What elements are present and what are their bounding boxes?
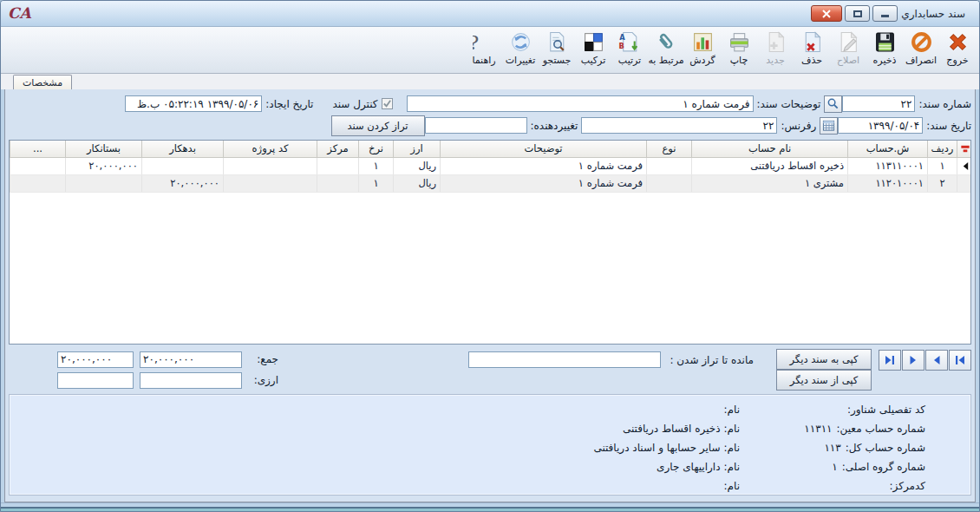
doc-date-input[interactable] [838,117,923,134]
table-row[interactable]: ۲ ۱۱۲۰۱۰۰۰۱ مشتری ۱ فرمت شماره ۱ ریال ۱ … [10,174,972,192]
changes-icon [509,30,532,54]
edit-icon [837,30,860,54]
column-header-currency[interactable]: ارز [394,141,441,157]
search-button[interactable]: جستجو [539,29,575,66]
document-header-form: شماره سند: توضیحات سند: کنترل سند تاریخ … [5,89,975,138]
info-row-center-code: کدمرکز: نام: [10,476,970,496]
nav-next-icon [906,353,920,367]
currency-sum-label: ارزی: [242,374,278,386]
column-header-description[interactable]: توضیحات [441,141,647,157]
turnover-button[interactable]: گردش [684,29,721,66]
calendar-icon [822,119,835,132]
changes-button[interactable]: تغییرات [502,29,539,66]
nav-first-button[interactable] [949,350,971,371]
column-header-more[interactable]: ... [10,141,66,157]
record-navigator [878,350,971,371]
calendar-button[interactable] [820,117,838,135]
account-lookup-button[interactable] [824,95,842,113]
reference-label: رفرنس: [781,120,816,132]
info-row-subsidiary-account: شماره حساب معین:۱۱۳۱۱ نام:ذخیره اقساط در… [10,419,970,438]
new-icon [764,30,787,54]
balance-document-button[interactable]: تراز کردن سند [331,115,425,136]
print-icon [728,30,751,54]
app-logo: CA [8,6,31,21]
app-window: CA سند حسابداري خروج انصراف ذخیره اصلاح … [0,0,980,512]
titlebar: CA سند حسابداري [1,1,979,27]
currency-debit-field [140,372,242,389]
checkbox-check-icon [382,98,393,109]
column-header-rate[interactable]: نرخ [359,141,394,157]
column-header-center[interactable]: مرکز [317,141,359,157]
column-header-debit[interactable]: بدهکار [142,141,224,157]
copy-from-document-button[interactable]: کپی از سند دیگر [776,370,872,391]
sum-credit-field [57,351,134,368]
nav-last-button[interactable] [879,350,901,371]
save-button[interactable]: ذخیره [866,29,903,66]
balance-remaining-group: مانده تا تراز شدن : [468,351,754,368]
doc-number-input[interactable] [842,95,915,112]
combine-button[interactable]: ترکیب [575,29,611,66]
magnifier-icon [826,97,840,110]
doc-date-label: تاریخ سند: [926,120,971,132]
sort-button[interactable]: AB ترتیب [611,29,648,66]
exit-icon [946,30,970,54]
tab-page: شماره سند: توضیحات سند: کنترل سند تاریخ … [4,89,976,502]
nav-next-button[interactable] [902,350,924,371]
column-header-account-no[interactable]: ش.حساب [848,141,928,157]
column-header-project-code[interactable]: کد پروژه [224,141,317,157]
column-header-row[interactable]: ردیف [928,141,957,157]
sort-icon: AB [618,30,642,54]
doc-number-label: شماره سند: [918,98,971,110]
copy-buttons: کپی به سند دیگر کپی از سند دیگر [776,349,872,391]
totals-group: جمع: ارزی: [57,349,278,391]
turnover-icon [691,30,715,54]
balance-remaining-input[interactable] [468,351,661,368]
cancel-icon [910,30,933,54]
close-button[interactable] [811,5,842,22]
column-header-credit[interactable]: بستانکار [66,141,142,157]
close-icon [822,10,831,18]
maximize-button[interactable] [845,5,870,22]
svg-text:B: B [618,42,624,50]
nav-first-icon [953,353,967,367]
minimize-button[interactable] [872,5,898,22]
copy-to-document-button[interactable]: کپی به سند دیگر [776,349,872,370]
cancel-button[interactable]: انصراف [903,29,939,66]
nav-previous-button[interactable] [925,350,948,371]
sum-label: جمع: [242,353,278,365]
modifier-input[interactable] [425,117,527,134]
info-row-general-ledger: شماره حساب کل:۱۱۳ نام:سایر حسابها و اسنا… [10,438,970,457]
new-button: جدید [757,29,794,66]
window-title: سند حسابداري [901,8,965,20]
related-button[interactable]: مرتبط به [648,29,684,66]
doc-desc-input[interactable] [407,95,754,112]
help-button[interactable]: ? راهنما [466,29,502,66]
toolbar: خروج انصراف ذخیره اصلاح حذف جدید چاپ گر [1,27,979,74]
info-row-main-group: شماره گروه اصلی:۱ نام:داراییهای جاری [10,457,970,476]
account-info-panel: کد تفصیلی شناور: نام: شماره حساب معین:۱۱… [9,394,971,496]
print-button[interactable]: چاپ [721,29,757,66]
help-icon: ? [473,30,496,54]
modifier-label: تغییردهنده: [531,120,578,132]
delete-icon [800,30,824,54]
grid-header-row: ردیف ش.حساب نام حساب نوع توضیحات ارز نرخ… [10,141,972,157]
column-header-type[interactable]: نوع [647,141,692,157]
related-icon [655,30,678,54]
grid-filter-button[interactable] [957,141,972,157]
current-row-arrow-icon [957,161,971,171]
control-doc-checkbox[interactable]: کنترل سند [332,98,392,110]
search-icon [546,30,569,54]
column-header-account-name[interactable]: نام حساب [692,141,848,157]
exit-button[interactable]: خروج [939,29,976,66]
reference-input[interactable] [581,117,777,134]
tab-specifications[interactable]: مشخصات [13,75,72,89]
nav-last-icon [883,353,897,367]
window-bottom-border [1,502,979,512]
table-row[interactable]: ۱ ۱۱۳۱۱۰۰۰۱ ذخیره اقساط دریافتنی فرمت شم… [10,157,972,174]
entries-grid: ردیف ش.حساب نام حساب نوع توضیحات ارز نرخ… [9,140,971,345]
created-date-label: تاریخ ایجاد: [265,98,313,110]
doc-desc-label: توضیحات سند: [757,98,821,110]
tab-strip: مشخصات [1,74,979,89]
save-icon [873,30,897,54]
delete-button[interactable]: حذف [794,29,830,66]
